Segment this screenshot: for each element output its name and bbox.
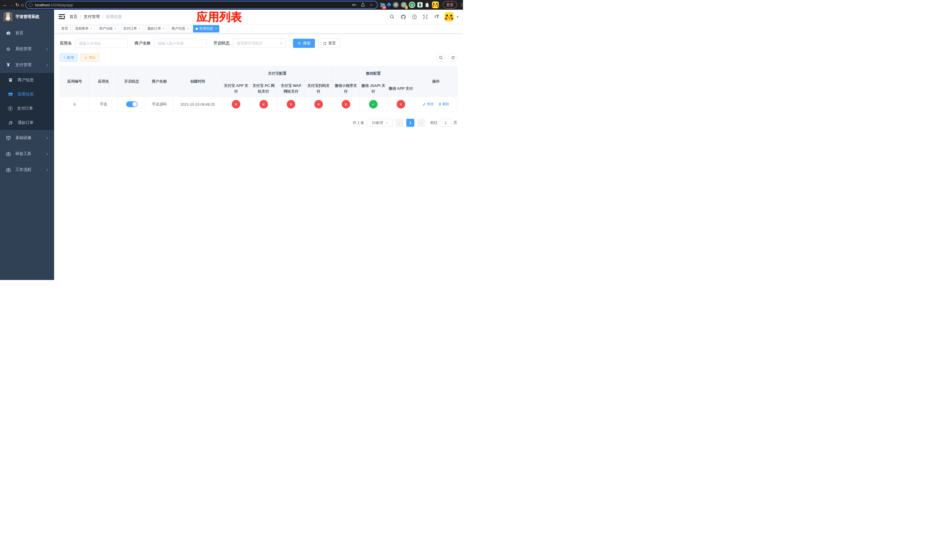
merchant-name-input[interactable] (154, 39, 207, 48)
tab-process-form[interactable]: 流程表单× (72, 25, 95, 32)
breadcrumb: 首页 / 支付管理 / 应用信息 (70, 14, 122, 20)
extension-blocks-icon[interactable]: 10 (380, 2, 385, 8)
status-icon: ✓ (369, 100, 378, 109)
reset-button[interactable]: 重置 (318, 39, 340, 48)
tab-pay-order[interactable]: 支付订单× (121, 25, 143, 32)
tab-merchant-info[interactable]: 商户信息× (169, 25, 191, 32)
browser-menu-icon[interactable]: ⋮ (460, 3, 463, 7)
extension-badge: 10 (382, 6, 386, 9)
sidebar-logo-row[interactable]: 芋道管理系统 (0, 10, 54, 24)
app-name-input[interactable] (75, 39, 128, 48)
extension-badge: 1 (405, 6, 408, 9)
tab-refund-order[interactable]: 退款订单× (145, 25, 168, 32)
briefcase-icon (6, 168, 11, 173)
extension-target-icon[interactable]: 1 (401, 2, 407, 8)
delete-link[interactable]: 删除 (438, 102, 449, 106)
sidebar-item-app-info[interactable]: 应用信息 (0, 87, 54, 101)
top-navbar: 首页 / 支付管理 / 应用信息 应用列表 ? (54, 10, 463, 24)
browser-reload-icon[interactable]: ↻ (15, 1, 19, 9)
extension-kite-icon[interactable] (387, 2, 391, 8)
extensions-puzzle-icon[interactable] (425, 2, 430, 8)
sidebar-item-workflow[interactable]: 工作流程 ∨ (0, 162, 54, 178)
bookmark-star-icon[interactable]: ☆ (368, 2, 374, 8)
cell-alipay-app: ✕ (222, 97, 250, 112)
chrome-update-button[interactable]: 更新 (443, 1, 457, 9)
user-avatar[interactable] (445, 12, 454, 21)
share-icon[interactable] (360, 2, 366, 8)
table-toolbar: + 新增 导出 (60, 53, 457, 62)
close-icon[interactable]: × (139, 27, 141, 30)
page-number-1[interactable]: 1 (406, 119, 414, 127)
active-dot (196, 28, 198, 30)
edit-link[interactable]: 修改 (422, 102, 434, 106)
col-alipay-app: 支付宝 APP 支付 (222, 80, 250, 97)
sidebar-item-infra[interactable]: 基础设施 ∨ (0, 130, 54, 146)
app-title: 芋道管理系统 (15, 14, 39, 20)
sidebar-item-pay-order[interactable]: ¥ 支付订单 (0, 101, 54, 116)
search-icon[interactable] (389, 14, 395, 20)
breadcrumb-payment[interactable]: 支付管理 (84, 14, 100, 20)
close-icon[interactable]: × (163, 27, 165, 30)
toggle-search-button[interactable] (436, 53, 445, 62)
site-info-icon[interactable]: i (29, 3, 33, 7)
sidebar-item-home[interactable]: 首页 (0, 25, 54, 41)
col-operation: 操作 (415, 67, 458, 97)
extension-command-icon[interactable]: ⌘ (393, 2, 399, 8)
filter-form: 应用名 商户名称 开启状态 请选择开启状态 ∨ 搜索 重置 (60, 39, 457, 48)
sidebar-item-merchant-info[interactable]: 商户信息 (0, 73, 54, 87)
browser-back-icon[interactable]: ← (3, 1, 8, 9)
browser-forward-icon[interactable]: → (9, 1, 14, 9)
font-size-icon[interactable]: TT (433, 14, 440, 20)
profile-avatar-icon[interactable] (432, 2, 439, 8)
close-icon[interactable]: × (115, 27, 117, 30)
status-icon: ✕ (342, 100, 350, 109)
col-alipay-wap: 支付宝 WAP 网站支付 (277, 80, 305, 97)
tab-home[interactable]: 首页 (59, 25, 71, 32)
screen: ← → ↻ ⌂ i localhost:1024/pay/app ☆ 10 ⌘ … (0, 0, 463, 280)
close-icon[interactable]: × (187, 27, 189, 30)
status-select[interactable]: 请选择开启状态 ∨ (233, 39, 286, 48)
add-button[interactable]: + 新增 (60, 53, 77, 62)
sidebar-item-devtools[interactable]: 研发工具 ∨ (0, 146, 54, 162)
tab-app-info[interactable]: 应用信息× (193, 25, 219, 32)
status-icon: ✕ (396, 100, 405, 109)
cell-merchant: 芋道源码 (146, 97, 173, 112)
close-icon[interactable]: × (215, 27, 217, 30)
chevron-down-icon: ∨ (280, 41, 283, 45)
col-alipay-qr: 支付宝扫码支付 (305, 80, 332, 97)
sidebar-item-refund-order[interactable]: 退款订单 (0, 116, 54, 130)
breadcrumb-home[interactable]: 首页 (70, 14, 77, 20)
enabled-toggle[interactable] (126, 101, 138, 107)
extension-y-icon[interactable]: y (409, 2, 415, 8)
cell-operation: 修改 删除 (415, 97, 458, 112)
sidebar-item-label: 首页 (15, 30, 23, 36)
next-page-button[interactable]: › (417, 119, 425, 127)
sidebar-item-label: 应用信息 (18, 92, 33, 97)
github-icon[interactable] (400, 14, 406, 20)
tab-user-group[interactable]: 用户分组× (97, 25, 119, 32)
user-menu-caret-icon[interactable]: ▾ (457, 15, 458, 19)
refresh-button[interactable] (448, 53, 457, 62)
fullscreen-icon[interactable] (422, 14, 428, 20)
extension-notes-icon[interactable] (418, 2, 422, 8)
url-text[interactable]: localhost:1024/pay/app (35, 3, 73, 7)
address-bar[interactable]: i localhost:1024/pay/app ☆ (25, 1, 378, 9)
toolbox-icon (6, 151, 11, 156)
sidebar-item-system[interactable]: ⚙ 系统管理 ∨ (0, 41, 54, 57)
help-icon[interactable]: ? (411, 14, 418, 20)
sidebar-collapse-icon[interactable] (59, 14, 65, 20)
sidebar-item-payment[interactable]: ¥ 支付管理 ∧ (0, 57, 54, 73)
chevron-down-icon: ∨ (386, 121, 388, 125)
documents-icon (8, 121, 13, 125)
prev-page-button[interactable]: ‹ (395, 119, 404, 127)
browser-home-icon[interactable]: ⌂ (21, 1, 24, 9)
status-icon: ✕ (232, 100, 240, 109)
page-size-select[interactable]: 10条/页 ∨ (367, 119, 393, 127)
export-button[interactable]: 导出 (80, 53, 99, 62)
close-icon[interactable]: × (91, 27, 92, 30)
goto-page-input[interactable] (440, 119, 451, 127)
sidebar: 芋道管理系统 首页 ⚙ 系统管理 ∨ ¥ 支付管理 ∧ (0, 10, 54, 280)
search-button[interactable]: 搜索 (293, 39, 315, 48)
status-icon: ✕ (314, 100, 323, 109)
password-key-icon[interactable] (351, 2, 357, 8)
